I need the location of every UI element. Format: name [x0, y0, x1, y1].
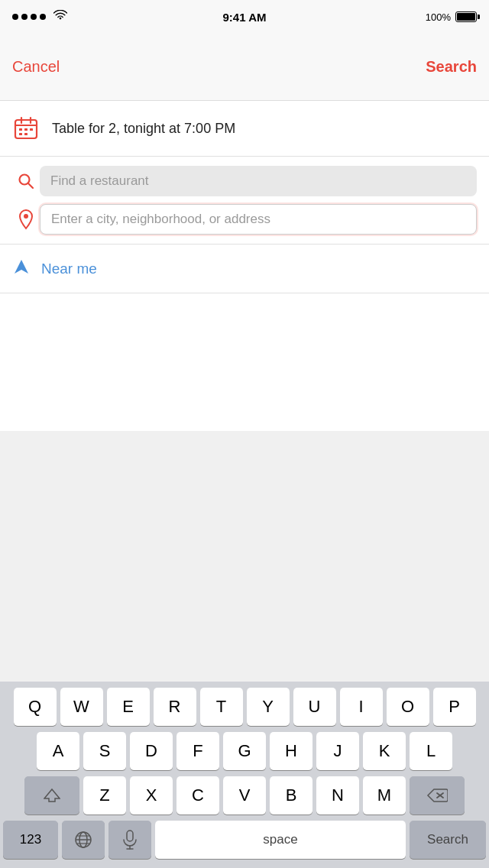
location-pin-icon — [12, 209, 40, 230]
key-e[interactable]: E — [107, 688, 150, 726]
status-bar: 9:41 AM 100% — [0, 0, 489, 34]
status-time: 9:41 AM — [223, 11, 267, 24]
key-s[interactable]: S — [83, 732, 126, 770]
search-button[interactable]: Search — [426, 58, 477, 76]
signal-dots — [12, 14, 46, 20]
search-fields — [0, 157, 489, 245]
battery-fill — [457, 13, 475, 21]
key-i[interactable]: I — [340, 688, 383, 726]
signal-area — [12, 10, 67, 24]
shift-key[interactable] — [24, 776, 79, 815]
battery-percent: 100% — [426, 11, 451, 23]
key-n[interactable]: N — [316, 776, 359, 815]
near-me-label: Near me — [41, 261, 97, 277]
calendar-icon — [12, 115, 40, 142]
near-me-row[interactable]: Near me — [0, 245, 489, 293]
location-search-input[interactable] — [40, 204, 477, 235]
key-t[interactable]: T — [200, 688, 243, 726]
svg-rect-21 — [127, 831, 133, 841]
key-z[interactable]: Z — [83, 776, 126, 815]
svg-rect-5 — [24, 128, 28, 131]
dot1 — [12, 14, 18, 20]
key-q[interactable]: Q — [14, 688, 57, 726]
key-c[interactable]: C — [176, 776, 219, 815]
location-field-row — [12, 204, 477, 235]
delete-key[interactable] — [410, 776, 465, 815]
key-d[interactable]: D — [130, 732, 173, 770]
svg-point-11 — [24, 214, 28, 219]
globe-key[interactable] — [62, 821, 105, 859]
battery-area: 100% — [426, 11, 477, 23]
key-b[interactable]: B — [270, 776, 313, 815]
key-a[interactable]: A — [37, 732, 79, 770]
key-l[interactable]: L — [410, 732, 452, 770]
key-w[interactable]: W — [60, 688, 103, 726]
key-g[interactable]: G — [223, 732, 266, 770]
key-h[interactable]: H — [270, 732, 313, 770]
keyboard-row-2: A S D F G H J K L — [3, 732, 486, 770]
numbers-key[interactable]: 123 — [3, 821, 58, 859]
nav-bar: Cancel Search — [0, 34, 489, 101]
key-o[interactable]: O — [387, 688, 429, 726]
keyboard-row-4: 123 space Search — [3, 821, 486, 859]
key-p[interactable]: P — [433, 688, 476, 726]
restaurant-field-row — [12, 166, 477, 196]
restaurant-search-input[interactable] — [40, 166, 477, 196]
key-k[interactable]: K — [363, 732, 406, 770]
key-r[interactable]: R — [154, 688, 196, 726]
svg-rect-6 — [30, 128, 33, 131]
svg-line-10 — [28, 183, 33, 188]
reservation-text: Table for 2, tonight at 7:00 PM — [52, 121, 235, 137]
keyboard-search-key[interactable]: Search — [410, 821, 486, 859]
svg-marker-13 — [44, 789, 60, 802]
key-y[interactable]: Y — [247, 688, 290, 726]
key-f[interactable]: F — [176, 732, 219, 770]
key-x[interactable]: X — [130, 776, 173, 815]
search-icon — [12, 172, 40, 190]
keyboard-row-1: Q W E R T Y U I O P — [3, 688, 486, 726]
key-m[interactable]: M — [363, 776, 406, 815]
svg-rect-8 — [24, 133, 28, 135]
empty-content-area — [0, 293, 489, 431]
reservation-row[interactable]: Table for 2, tonight at 7:00 PM — [0, 101, 489, 157]
svg-marker-12 — [15, 260, 28, 274]
space-key[interactable]: space — [155, 821, 406, 859]
dot4 — [40, 14, 46, 20]
key-u[interactable]: U — [293, 688, 336, 726]
navigation-arrow-icon — [12, 258, 31, 279]
keyboard-row-3: Z X C V B N M — [3, 776, 486, 815]
svg-rect-7 — [19, 133, 22, 135]
wifi-icon — [53, 10, 67, 24]
microphone-key[interactable] — [108, 821, 151, 859]
cancel-button[interactable]: Cancel — [12, 58, 60, 76]
key-v[interactable]: V — [223, 776, 266, 815]
keyboard: Q W E R T Y U I O P A S D F G H J K L Z … — [0, 682, 489, 868]
dot2 — [21, 14, 28, 20]
battery-icon — [455, 11, 477, 22]
dot3 — [31, 14, 37, 20]
svg-rect-4 — [19, 128, 22, 131]
key-j[interactable]: J — [316, 732, 359, 770]
